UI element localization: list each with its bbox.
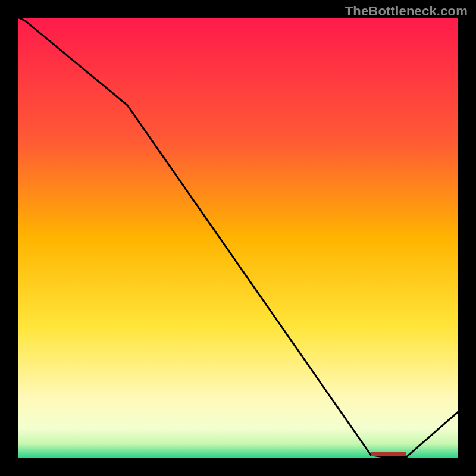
watermark-text: TheBottleneck.com: [345, 4, 468, 19]
chart-svg: [17, 17, 459, 459]
plot-area: [17, 17, 459, 459]
chart-stage: TheBottleneck.com: [0, 0, 476, 476]
gradient-background: [17, 17, 459, 459]
